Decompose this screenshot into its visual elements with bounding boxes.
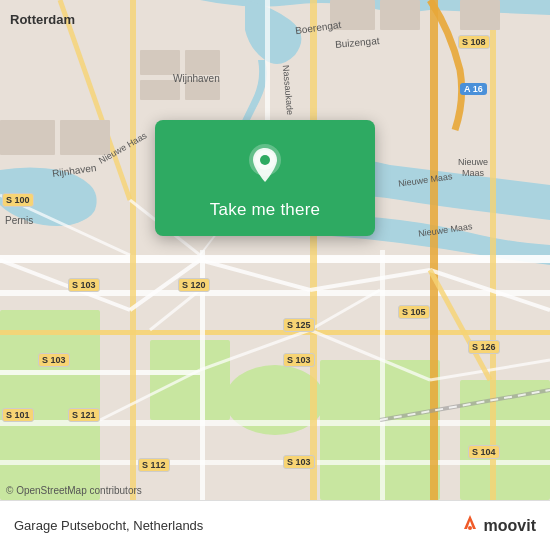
take-me-there-button[interactable]: Take me there	[210, 200, 320, 220]
info-bar: Garage Putsebocht, Netherlands moovit	[0, 500, 550, 550]
road-badge-s103-3: S 103	[283, 353, 315, 367]
road-badge-s121: S 121	[68, 408, 100, 422]
map-container: Rotterdam S 100 S 108 A 16 S 103 S 120 S…	[0, 0, 550, 500]
svg-rect-11	[0, 460, 550, 465]
map-copyright: © OpenStreetMap contributors	[6, 485, 142, 496]
svg-rect-15	[310, 0, 317, 500]
popup-card: Take me there	[155, 120, 375, 236]
svg-rect-1	[0, 310, 100, 500]
road-badge-s108: S 108	[458, 35, 490, 49]
moovit-m-icon	[458, 511, 482, 540]
svg-rect-12	[130, 0, 136, 500]
svg-rect-2	[150, 340, 230, 420]
road-badge-s103-1: S 103	[68, 278, 100, 292]
svg-point-49	[260, 155, 270, 165]
road-badge-s101: S 101	[2, 408, 34, 422]
moovit-text: moovit	[484, 517, 536, 535]
svg-rect-40	[185, 80, 220, 100]
svg-rect-16	[380, 250, 385, 500]
road-badge-s112: S 112	[138, 458, 170, 472]
location-text: Garage Putsebocht, Netherlands	[14, 518, 203, 533]
svg-rect-38	[185, 50, 220, 75]
svg-rect-39	[140, 80, 180, 100]
road-badge-s100: S 100	[2, 193, 34, 207]
svg-rect-18	[490, 0, 496, 500]
svg-rect-43	[460, 0, 500, 30]
road-badge-s125: S 125	[283, 318, 315, 332]
road-badge-s104: S 104	[468, 445, 500, 459]
svg-point-50	[468, 526, 472, 530]
moovit-logo: moovit	[458, 511, 536, 540]
road-badge-s103-4: S 103	[283, 455, 315, 469]
svg-rect-6	[0, 255, 550, 263]
road-badge-s105: S 105	[398, 305, 430, 319]
road-badge-s126: S 126	[468, 340, 500, 354]
location-pin-icon	[241, 140, 289, 188]
road-badge-s120: S 120	[178, 278, 210, 292]
svg-rect-42	[380, 0, 420, 30]
svg-rect-9	[0, 370, 200, 375]
road-badge-a16: A 16	[460, 83, 487, 95]
svg-rect-37	[140, 50, 180, 75]
svg-rect-41	[330, 0, 375, 30]
svg-rect-44	[0, 120, 55, 155]
road-badge-s103-2: S 103	[38, 353, 70, 367]
svg-rect-17	[430, 0, 438, 500]
svg-rect-45	[60, 120, 110, 155]
